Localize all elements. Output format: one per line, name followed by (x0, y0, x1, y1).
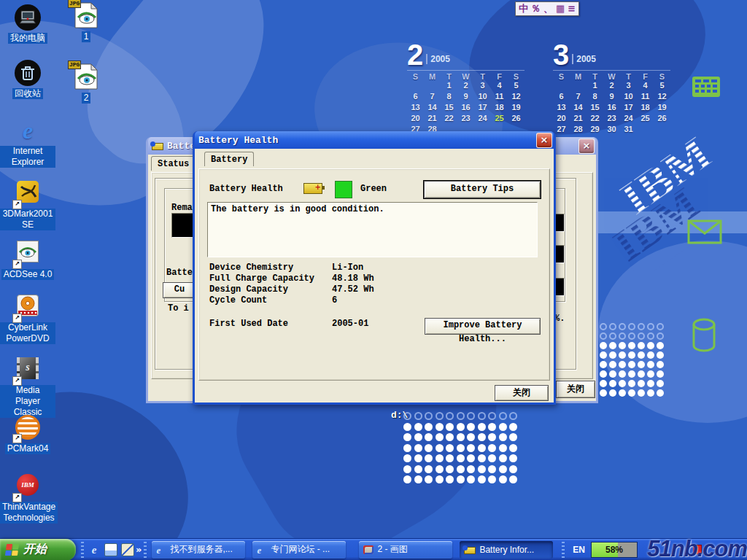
calendar-day: 18 (637, 103, 654, 114)
battery-health-label: Battery Health (209, 184, 283, 194)
desktop-icon-jpg-1[interactable]: JPG 1 (58, 1, 114, 42)
desktop-icon-recycle-bin[interactable]: 回收站 (0, 60, 55, 99)
wallpaper-dot (436, 433, 444, 441)
battery-health-titlebar[interactable]: Battery Health × (195, 131, 554, 149)
shortcut-arrow-icon: ↗ (12, 314, 22, 323)
calendar-day (637, 125, 654, 136)
tab-battery[interactable]: Battery (204, 152, 254, 166)
close-button[interactable]: × (578, 139, 595, 154)
calendar-day: 1 (441, 81, 457, 92)
desktop-icon-acdsee[interactable]: ↗ ACDSee 4.0 (0, 239, 55, 280)
watermark-51nb: 51nb.com (647, 536, 747, 560)
wallpaper-dot (425, 465, 433, 473)
desktop-icon-my-computer[interactable]: 我的电脑 (0, 4, 55, 44)
calendar-day: 8 (441, 92, 457, 103)
shortcut-arrow-icon: ↗ (12, 200, 22, 209)
calendar-weekday: T (441, 70, 457, 81)
calendar-day: 6 (407, 92, 424, 103)
calendar-day: 24 (474, 114, 491, 125)
windows-flag-icon (5, 544, 20, 556)
taskbar-task-button-2[interactable]: 2 - 画图 (359, 541, 452, 559)
calendar-day: 15 (441, 103, 457, 114)
tab-status[interactable]: Status (151, 156, 196, 171)
close-button-cn[interactable]: 关闭 (556, 381, 595, 398)
quick-launch-show-desktop-icon[interactable] (121, 543, 134, 556)
desktop-icon-powerdvd[interactable]: ↗ CyberLink PowerDVD (0, 293, 55, 344)
wallpaper-dot (657, 380, 664, 387)
current-settings-button[interactable]: Cu (163, 282, 196, 298)
calendar-day: 15 (587, 103, 603, 114)
wallpaper-dot (609, 332, 616, 340)
wallpaper-dot (488, 475, 496, 483)
wallpaper-dot (457, 454, 465, 462)
taskbar-task-button-3[interactable]: Battery Infor... (460, 541, 553, 559)
desktop-icon-3dmark2001[interactable]: ↗ 3DMark2001 SE (0, 179, 55, 230)
recycle-bin-icon (15, 60, 41, 86)
desktop-icon-label: 1 (82, 31, 91, 42)
close-button[interactable]: × (536, 133, 552, 148)
desktop-icon-label: 3DMark2001 SE (0, 209, 55, 230)
desktop-icon-pcmark04[interactable]: ↗ PCMark04 (0, 413, 55, 454)
fullwidth-mode-icon[interactable]: ％ (530, 3, 541, 15)
quick-launch-outlook-express-icon[interactable] (104, 543, 117, 556)
taskbar-task-button-0[interactable]: 找不到服务器,... (152, 541, 245, 559)
wallpaper-dot (446, 454, 454, 462)
tray-battery-meter[interactable]: 58% (591, 542, 638, 558)
ime-language-bar[interactable]: 中％、▦≡ (515, 1, 579, 16)
desktop-icon-media-player-classic[interactable]: s ↗ Media Player Classic (0, 356, 55, 418)
quick-launch-overflow-chevron[interactable]: » (136, 543, 142, 556)
wallpaper-dot (628, 361, 635, 368)
calendar-day: 23 (603, 114, 620, 125)
wallpaper-dot (403, 475, 411, 483)
wallpaper-dot (647, 389, 654, 397)
calendar-month-number: 3 (553, 42, 569, 67)
chinese-input-mode-icon[interactable]: 中 (518, 3, 529, 15)
calendar-weekday: S (654, 70, 670, 81)
start-button[interactable]: 开始 (0, 539, 76, 560)
wallpaper-dot (647, 361, 654, 368)
taskbar-task-button-1[interactable]: 专门网论坛 - ... (252, 541, 346, 559)
taskbar-separator[interactable] (562, 542, 565, 558)
calendar-day: 18 (491, 103, 508, 114)
first-used-value: 2005-01 (332, 319, 368, 330)
wallpaper-dot (446, 475, 454, 483)
wallpaper-dot (657, 323, 664, 330)
battery-tips-button[interactable]: Battery Tips (424, 181, 541, 198)
wallpaper-dot (414, 423, 422, 431)
quick-launch-ie-icon[interactable]: e (88, 543, 101, 556)
wallpaper-dot (600, 361, 607, 368)
language-indicator[interactable]: EN (573, 545, 585, 555)
battery-health-window[interactable]: Battery Health × Battery Battery Health … (193, 131, 556, 405)
calendar-day: 17 (474, 103, 491, 114)
wallpaper-dot (638, 342, 645, 349)
wallpaper-dot (619, 323, 626, 330)
wallpaper-dot (609, 389, 616, 397)
calendar-weekday: T (587, 70, 603, 81)
calendar-day: 9 (457, 92, 474, 103)
desktop-icon-thinkvantage[interactable]: IBM ↗ ThinkVantage Technologies (0, 472, 55, 524)
calendar-day: 14 (570, 103, 587, 114)
wallpaper-dot (509, 454, 517, 462)
desktop-icon-label: PCMark04 (5, 443, 51, 454)
desktop-icon-jpg-2[interactable]: JPG 2 (58, 63, 114, 104)
taskbar-separator[interactable] (144, 542, 147, 558)
taskbar-separator[interactable] (81, 542, 84, 558)
wallpaper-dot (467, 412, 475, 420)
calendar-day: 14 (424, 103, 441, 114)
calendar-day: 4 (637, 81, 654, 92)
calendar-day: 11 (637, 92, 654, 103)
calendar-day: 16 (603, 103, 620, 114)
calendar-day: 2 (457, 81, 474, 92)
improve-battery-health-button[interactable]: Improve Battery Health... (425, 318, 541, 335)
wallpaper-dot (499, 412, 507, 420)
punctuation-mode-icon[interactable]: 、 (543, 3, 554, 15)
wallpaper-dot (628, 389, 635, 397)
wallpaper-dot (657, 342, 664, 349)
wallpaper-dot (488, 423, 496, 431)
ime-menu-icon[interactable]: ≡ (567, 3, 576, 15)
soft-keyboard-icon[interactable]: ▦ (555, 3, 565, 15)
health-status-swatch (335, 181, 352, 198)
close-button-cn[interactable]: 关闭 (495, 385, 549, 401)
wallpaper-dot (446, 423, 454, 431)
desktop-icon-internet-explorer[interactable]: e Internet Explorer (0, 118, 55, 168)
